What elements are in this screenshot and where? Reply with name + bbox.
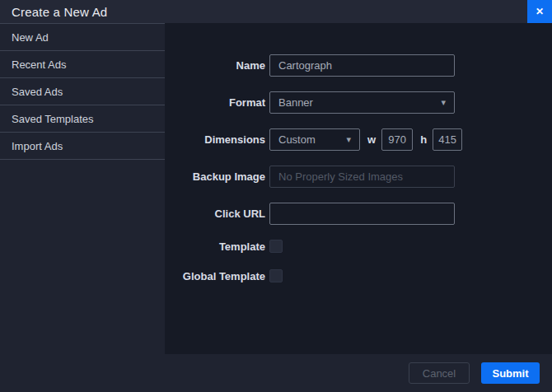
cancel-button[interactable]: Cancel [409,362,470,384]
sidebar-item-new-ad[interactable]: New Ad [0,24,165,51]
sidebar-item-recent-ads[interactable]: Recent Ads [0,51,165,78]
submit-button-label: Submit [492,367,528,380]
name-label: Name [165,59,265,72]
chevron-down-icon: ▾ [346,135,351,144]
close-button[interactable]: ✕ [527,0,552,23]
format-label: Format [165,96,265,109]
dimensions-preset-value: Custom [278,133,316,146]
template-label: Template [165,240,265,253]
form-row-format: Format Banner ▾ [165,91,552,114]
form-row-dimensions: Dimensions Custom ▾ w h [165,128,552,151]
chevron-down-icon: ▾ [441,98,446,107]
sidebar-item-saved-templates[interactable]: Saved Templates [0,105,165,133]
format-select[interactable]: Banner ▾ [269,91,455,114]
form-row-template: Template [165,240,552,253]
template-checkbox[interactable] [269,240,283,253]
close-icon: ✕ [536,6,544,17]
form-row-name: Name [165,54,552,77]
modal-header: Create a New Ad ✕ [0,0,552,23]
click-url-label: Click URL [165,208,265,220]
global-template-label: Global Template [165,270,265,282]
form-row-click-url: Click URL [165,203,552,225]
sidebar-item-saved-ads[interactable]: Saved Ads [0,78,165,105]
height-label: h [420,133,427,146]
modal-footer: Cancel Submit [0,354,552,392]
click-url-input[interactable] [269,203,455,225]
form-row-backup-image: Backup Image [165,166,552,188]
global-template-checkbox[interactable] [269,269,283,282]
form-panel: Name Format Banner ▾ Dimensions Custom ▾… [165,23,552,354]
backup-image-label: Backup Image [165,170,265,183]
height-input[interactable] [433,128,462,151]
form-row-global-template: Global Template [165,269,552,282]
create-ad-modal: Create a New Ad ✕ New Ad Recent Ads Save… [0,0,552,392]
format-select-value: Banner [278,96,313,109]
backup-image-input [269,166,455,188]
dimensions-preset-select[interactable]: Custom ▾ [269,128,360,151]
modal-body: New Ad Recent Ads Saved Ads Saved Templa… [0,23,552,354]
name-input[interactable] [269,54,455,77]
cancel-button-label: Cancel [423,367,456,380]
sidebar-item-import-ads[interactable]: Import Ads [0,133,165,160]
width-input[interactable] [381,128,413,151]
sidebar: New Ad Recent Ads Saved Ads Saved Templa… [0,23,165,354]
dimensions-label: Dimensions [165,133,265,146]
width-label: w [367,133,376,146]
modal-title: Create a New Ad [0,5,107,19]
submit-button[interactable]: Submit [481,362,540,384]
